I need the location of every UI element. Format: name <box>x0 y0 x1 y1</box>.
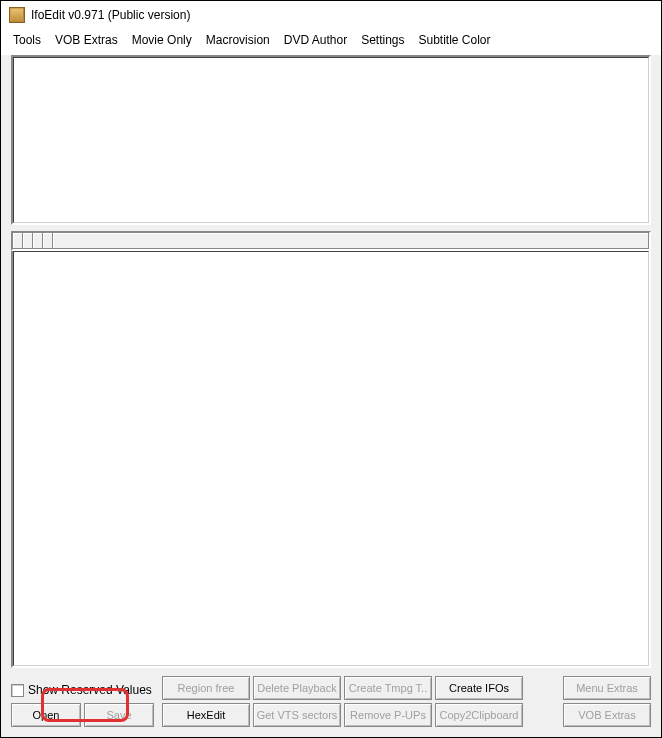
col-header[interactable] <box>43 233 53 249</box>
bottom-toolbar: Show Reserved Values Open Save Region fr… <box>1 668 661 737</box>
col-header[interactable] <box>33 233 43 249</box>
menubar: Tools VOB Extras Movie Only Macrovision … <box>1 29 661 55</box>
app-icon <box>9 7 25 23</box>
hexedit-button[interactable]: HexEdit <box>162 703 250 727</box>
top-panel[interactable] <box>11 55 651 225</box>
bottom-panel[interactable] <box>11 251 651 668</box>
region-free-button[interactable]: Region free <box>162 676 250 700</box>
app-window: IfoEdit v0.971 (Public version) Tools VO… <box>0 0 662 738</box>
menu-tools[interactable]: Tools <box>13 33 41 47</box>
content-area <box>1 55 661 668</box>
get-vts-button[interactable]: Get VTS sectors <box>253 703 341 727</box>
remove-pups-button[interactable]: Remove P-UPs <box>344 703 432 727</box>
create-ifos-button[interactable]: Create IFOs <box>435 676 523 700</box>
show-reserved-checkbox[interactable] <box>11 684 24 697</box>
menu-dvd-author[interactable]: DVD Author <box>284 33 347 47</box>
col-header[interactable] <box>13 233 23 249</box>
show-reserved-label: Show Reserved Values <box>28 683 152 697</box>
vob-extras-button[interactable]: VOB Extras <box>563 703 651 727</box>
menu-subtitle-color[interactable]: Subtitle Color <box>419 33 491 47</box>
menu-macrovision[interactable]: Macrovision <box>206 33 270 47</box>
menu-extras-button[interactable]: Menu Extras <box>563 676 651 700</box>
col-header[interactable] <box>23 233 33 249</box>
menu-settings[interactable]: Settings <box>361 33 404 47</box>
delete-playback-button[interactable]: Delete Playback <box>253 676 341 700</box>
column-headers <box>11 231 651 251</box>
show-reserved-checkbox-row[interactable]: Show Reserved Values <box>11 683 154 697</box>
menu-movie-only[interactable]: Movie Only <box>132 33 192 47</box>
create-tmpg-button[interactable]: Create Tmpg T.. <box>344 676 432 700</box>
titlebar: IfoEdit v0.971 (Public version) <box>1 1 661 29</box>
window-title: IfoEdit v0.971 (Public version) <box>31 8 190 22</box>
save-button[interactable]: Save <box>84 703 154 727</box>
copy2clipboard-button[interactable]: Copy2Clipboard <box>435 703 523 727</box>
col-header[interactable] <box>53 233 649 249</box>
menu-vob-extras[interactable]: VOB Extras <box>55 33 118 47</box>
open-button[interactable]: Open <box>11 703 81 727</box>
